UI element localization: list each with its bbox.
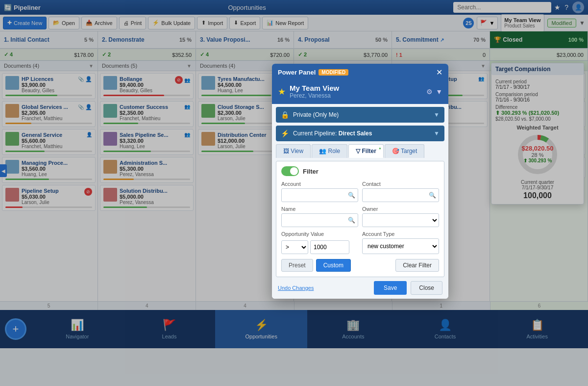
pipeline-icon: ⚡ bbox=[281, 129, 289, 137]
account-search-icon: 🔍 bbox=[348, 192, 355, 199]
panel-view-info: My Team View Perez, Vanessa bbox=[290, 84, 339, 99]
owner-label: Owner bbox=[362, 206, 439, 212]
filter-tab-icon: ▽ bbox=[356, 148, 360, 154]
panel-modified-badge: MODIFIED bbox=[318, 69, 348, 76]
account-input-wrap: 🔍 bbox=[281, 188, 358, 202]
panel-pipeline-text: Current Pipeline: Direct Sales bbox=[293, 130, 430, 137]
chevron-down-icon[interactable]: ▼ bbox=[436, 88, 442, 96]
account-input[interactable] bbox=[281, 188, 358, 202]
panel-view-name: My Team View bbox=[290, 84, 339, 92]
contact-input[interactable] bbox=[362, 188, 439, 202]
panel-title-text: Power Panel bbox=[278, 69, 316, 76]
opp-value-row: > < = bbox=[281, 240, 358, 254]
filter-bottom-row: Opportunity Value > < = Account Type new… bbox=[281, 231, 439, 254]
panel-close-button[interactable]: ✕ bbox=[436, 68, 442, 77]
filter-toggle-row: Filter bbox=[281, 166, 439, 176]
lock-icon: 🔒 bbox=[281, 111, 289, 119]
role-tab-label: Role bbox=[328, 148, 340, 154]
panel-privacy-section[interactable]: 🔒 Private (Only Me) ▼ bbox=[276, 107, 444, 123]
panel-footer: Undo Changes Save Close bbox=[272, 277, 448, 299]
custom-button[interactable]: Custom bbox=[316, 259, 351, 272]
opp-op-select[interactable]: > < = bbox=[281, 240, 308, 254]
filter-actions: Preset Custom Clear Filter bbox=[281, 259, 439, 272]
privacy-chevron-icon: ▼ bbox=[434, 111, 440, 118]
filter-toggle[interactable] bbox=[281, 166, 299, 176]
target-tab-label: Target bbox=[401, 148, 417, 154]
role-tab-icon: 👥 bbox=[319, 148, 326, 154]
tab-role[interactable]: 👥 Role bbox=[312, 144, 347, 158]
opp-value-label: Opportunity Value bbox=[281, 231, 358, 237]
contact-label: Contact bbox=[362, 181, 439, 187]
panel-view-actions: ⚙ ▼ bbox=[426, 88, 442, 96]
footer-buttons: Save Close bbox=[374, 281, 442, 295]
view-tab-label: View bbox=[291, 148, 303, 154]
preset-button[interactable]: Preset bbox=[281, 259, 313, 272]
close-button[interactable]: Close bbox=[411, 281, 442, 295]
filter-body: Filter Account 🔍 Contact 🔍 Nam bbox=[276, 161, 444, 277]
toggle-knob bbox=[290, 167, 298, 175]
name-input-wrap: 🔍 bbox=[281, 213, 358, 227]
owner-select[interactable] bbox=[362, 213, 439, 227]
panel-title-bar: Power Panel MODIFIED ✕ bbox=[272, 64, 448, 81]
panel-pipeline-section[interactable]: ⚡ Current Pipeline: Direct Sales ▼ bbox=[276, 126, 444, 141]
account-label: Account bbox=[281, 181, 358, 187]
panel-view-header: ★ My Team View Perez, Vanessa ⚙ ▼ bbox=[272, 81, 448, 104]
power-panel: Power Panel MODIFIED ✕ ★ My Team View Pe… bbox=[272, 64, 448, 299]
filter-tab-label: Filter bbox=[362, 148, 376, 154]
panel-star-icon: ★ bbox=[278, 86, 286, 97]
filter-opp-value-field: Opportunity Value > < = bbox=[281, 231, 358, 254]
pipeline-chevron-icon: ▼ bbox=[434, 130, 440, 137]
tab-target[interactable]: 🎯 Target bbox=[385, 144, 424, 158]
acct-type-label: Account Type bbox=[362, 231, 439, 237]
filter-contact-field: Contact 🔍 bbox=[362, 181, 439, 202]
tab-view[interactable]: 🖼 View bbox=[276, 144, 311, 158]
name-search-icon: 🔍 bbox=[348, 217, 355, 224]
contact-search-icon: 🔍 bbox=[429, 192, 436, 199]
filter-acct-type-field: Account Type new customer existing custo… bbox=[362, 231, 439, 254]
target-tab-icon: 🎯 bbox=[392, 148, 399, 154]
panel-privacy-text: Private (Only Me) bbox=[293, 111, 430, 118]
filter-name-field: Name 🔍 bbox=[281, 206, 358, 227]
contact-input-wrap: 🔍 bbox=[362, 188, 439, 202]
panel-view-sub: Perez, Vanessa bbox=[290, 92, 339, 99]
view-tab-icon: 🖼 bbox=[283, 148, 289, 154]
filter-account-field: Account 🔍 bbox=[281, 181, 358, 202]
save-button[interactable]: Save bbox=[374, 281, 407, 295]
acct-type-select[interactable]: new customer existing customer partner bbox=[362, 238, 439, 254]
opp-value-input[interactable] bbox=[310, 240, 349, 254]
tab-filter[interactable]: ▽ Filter bbox=[348, 144, 384, 158]
filter-label: Filter bbox=[303, 168, 318, 175]
undo-changes-link[interactable]: Undo Changes bbox=[278, 285, 314, 291]
panel-tabs: 🖼 View 👥 Role ▽ Filter 🎯 Target bbox=[272, 144, 448, 158]
filter-fields: Account 🔍 Contact 🔍 Name 🔍 bbox=[281, 181, 439, 227]
name-label: Name bbox=[281, 206, 358, 212]
filter-owner-field: Owner bbox=[362, 206, 439, 227]
clear-filter-button[interactable]: Clear Filter bbox=[395, 259, 439, 272]
gear-icon[interactable]: ⚙ bbox=[426, 88, 433, 96]
name-input[interactable] bbox=[281, 213, 358, 227]
